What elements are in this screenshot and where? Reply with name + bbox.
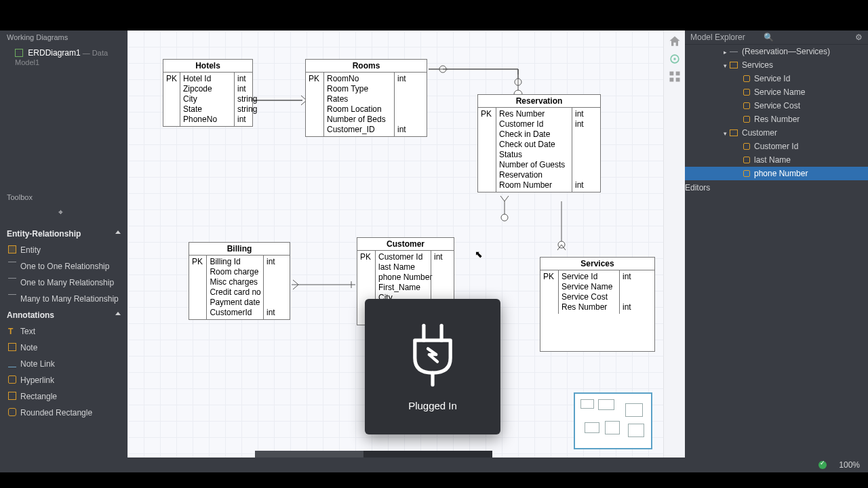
- svg-rect-10: [669, 72, 673, 76]
- relationship-icon: [8, 294, 16, 302]
- scrollbar-thumb[interactable]: [255, 451, 363, 458]
- entity-icon: [8, 245, 16, 253]
- entity-billing[interactable]: Billing PK Billing Id Room charge Misc c…: [189, 242, 290, 320]
- entity-rooms[interactable]: Rooms PK RoomNo Room Type Rates Room Loc…: [305, 59, 427, 137]
- tree-row-col[interactable]: last Name: [685, 153, 868, 167]
- tree-row-col[interactable]: Service Cost: [685, 99, 868, 113]
- section-entity-relationship[interactable]: Entity-Relationship: [0, 226, 127, 242]
- target-icon[interactable]: [668, 52, 682, 66]
- tool-rounded-rectangle[interactable]: Rounded Rectangle: [0, 405, 127, 421]
- entity-reservation[interactable]: Reservation PK Res Number Customer Id Ch…: [477, 94, 601, 192]
- left-panel: Working Diagrams ERDDiagram1 — Data Mode…: [0, 30, 127, 458]
- svg-rect-11: [675, 72, 679, 76]
- tree-row-col[interactable]: Service Name: [685, 85, 868, 99]
- editors-header: Editors: [685, 183, 868, 192]
- column-icon: [743, 143, 750, 150]
- entity-title: Reservation: [478, 95, 600, 108]
- svg-rect-12: [669, 78, 673, 82]
- entity-title: Hotels: [163, 60, 252, 73]
- tree-row-customer[interactable]: Customer: [685, 126, 868, 140]
- pointer-icon: ⌖: [58, 207, 63, 217]
- right-panel: Model Explorer 🔍 ⚙ (Reservation—Services…: [685, 30, 868, 458]
- entity-icon: [730, 129, 738, 136]
- grid-icon[interactable]: [668, 70, 682, 83]
- cursor-icon: ⬉: [475, 249, 483, 260]
- column-icon: [743, 89, 750, 96]
- working-diagrams-header: Working Diagrams: [0, 30, 127, 44]
- entity-title: Rooms: [306, 60, 427, 73]
- tool-entity[interactable]: Entity: [0, 242, 127, 258]
- note-link-icon: [8, 359, 16, 367]
- text-icon: T: [8, 327, 16, 335]
- tool-note[interactable]: Note: [0, 340, 127, 356]
- relationship-icon: [8, 262, 16, 270]
- svg-point-6: [558, 241, 565, 248]
- toolbox-selection[interactable]: ⌖: [0, 205, 127, 223]
- relationship-icon: [730, 52, 738, 52]
- home-icon[interactable]: [668, 35, 682, 48]
- settings-icon[interactable]: ⚙: [855, 33, 863, 42]
- diagram-name: ERDDiagram1: [28, 48, 80, 58]
- right-tool-strip: [663, 30, 685, 458]
- svg-point-9: [673, 58, 675, 60]
- collapse-icon: [115, 230, 121, 234]
- zoom-label[interactable]: 100%: [839, 460, 860, 470]
- svg-rect-13: [675, 78, 679, 82]
- svg-point-5: [501, 214, 508, 221]
- search-icon[interactable]: 🔍: [764, 33, 774, 42]
- tree-row-services[interactable]: Services: [685, 58, 868, 72]
- column-icon: [743, 157, 750, 163]
- tool-rectangle[interactable]: Rectangle: [0, 388, 127, 405]
- tool-one-to-one[interactable]: One to One Relationship: [0, 258, 127, 274]
- column-icon: [743, 102, 750, 109]
- svg-point-2: [439, 66, 446, 73]
- entity-title: Customer: [357, 238, 454, 251]
- tool-many-to-many[interactable]: Many to Many Relationship: [0, 291, 127, 307]
- status-ok-icon: [818, 461, 827, 469]
- rounded-rectangle-icon: [8, 408, 16, 416]
- toast-label: Plugged In: [408, 400, 457, 411]
- tool-hyperlink[interactable]: Hyperlink: [0, 372, 127, 388]
- model-explorer-header: Model Explorer 🔍 ⚙: [685, 30, 868, 45]
- collapse-icon: [115, 312, 121, 315]
- toolbox-header: Toolbox: [0, 190, 127, 204]
- horizontal-scrollbar[interactable]: [255, 451, 492, 458]
- tree-row-col[interactable]: Service Id: [685, 72, 868, 85]
- status-bar: 100%: [0, 458, 868, 472]
- tool-note-link[interactable]: Note Link: [0, 356, 127, 372]
- section-annotations[interactable]: Annotations: [0, 307, 127, 323]
- entity-hotels[interactable]: Hotels PK Hotel Id Zipcode City State Ph…: [163, 59, 253, 127]
- column-icon: [743, 116, 750, 123]
- tree-row-col-selected[interactable]: phone Number: [685, 167, 868, 180]
- entity-icon: [730, 62, 738, 68]
- svg-point-4: [515, 79, 521, 85]
- tool-one-to-many[interactable]: One to Many Relationship: [0, 274, 127, 291]
- rectangle-icon: [8, 392, 16, 400]
- entity-services[interactable]: Services PK Service Id Service Name Serv…: [540, 257, 655, 352]
- tree-row-col[interactable]: Res Number: [685, 113, 868, 126]
- entity-title: Services: [540, 258, 654, 270]
- tree-row-col[interactable]: Customer Id: [685, 140, 868, 153]
- minimap[interactable]: [574, 392, 652, 449]
- relationship-icon: [8, 278, 16, 286]
- hyperlink-icon: [8, 375, 16, 384]
- tree-row-reservation-services[interactable]: (Reservation—Services): [685, 45, 868, 58]
- note-icon: [8, 343, 16, 351]
- plug-icon: [402, 323, 463, 388]
- diagram-tree-item[interactable]: ERDDiagram1 — Data Model1: [0, 44, 127, 71]
- model-tree: (Reservation—Services) Services Service …: [685, 45, 868, 180]
- entity-title: Billing: [189, 243, 290, 256]
- notification-toast: Plugged In: [365, 299, 500, 434]
- tool-text[interactable]: TText: [0, 323, 127, 340]
- column-icon: [743, 75, 750, 82]
- diagram-icon: [15, 49, 23, 57]
- column-icon: [743, 170, 750, 177]
